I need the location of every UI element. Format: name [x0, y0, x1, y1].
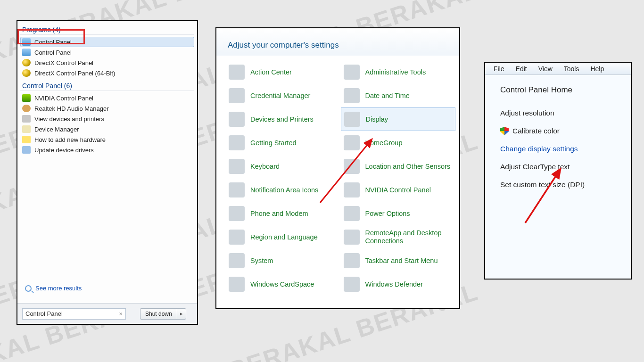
programs-item[interactable]: Control Panel: [20, 37, 194, 47]
cp-applet-link[interactable]: HomeGroup: [341, 131, 456, 155]
cp-applet-link[interactable]: Windows CardSpace: [226, 272, 341, 296]
applet-icon: [229, 88, 245, 103]
cp-applet-link[interactable]: Windows Defender: [341, 272, 456, 296]
cp-applet-link[interactable]: Region and Language: [226, 225, 341, 249]
applet-icon: [229, 230, 245, 245]
result-label: View devices and printers: [34, 115, 104, 123]
programs-item[interactable]: DirectX Control Panel: [20, 58, 194, 68]
search-icon: [25, 285, 32, 292]
applet-icon: [229, 277, 245, 292]
applet-icon: [229, 253, 245, 268]
cp-applet-link[interactable]: Credential Manager: [226, 84, 341, 107]
applet-icon: [229, 159, 245, 174]
applet-icon: [344, 159, 360, 174]
cp-applet-link[interactable]: System: [226, 249, 341, 272]
display-task-link[interactable]: Set custom text size (DPI): [500, 181, 622, 189]
result-label: NVIDIA Control Panel: [34, 95, 93, 102]
cp-applet-link[interactable]: Administrative Tools: [341, 60, 456, 84]
applet-label: Power Options: [365, 210, 410, 218]
cp-applet-link[interactable]: Keyboard: [226, 155, 341, 178]
cp-heading: Adjust your computer's settings: [216, 28, 459, 56]
see-more-results-link[interactable]: See more results: [25, 285, 82, 292]
applet-label: Action Center: [250, 68, 292, 76]
cp-applet-link[interactable]: Devices and Printers: [226, 107, 341, 131]
cp-category-item[interactable]: Device Manager: [20, 124, 194, 134]
cp-applet-link[interactable]: Phone and Modem: [226, 202, 341, 225]
applet-icon: [344, 206, 360, 221]
result-label: Control Panel: [34, 49, 72, 56]
result-icon: [22, 115, 31, 123]
applet-label: Region and Language: [250, 233, 318, 241]
search-input[interactable]: Control Panel ×: [22, 308, 126, 320]
cp-applet-link[interactable]: Location and Other Sensors: [341, 155, 456, 178]
display-sidebar-window: FileEditViewToolsHelp Control Panel Home…: [484, 62, 632, 280]
applet-label: HomeGroup: [365, 139, 403, 147]
clear-search-icon[interactable]: ×: [119, 310, 123, 317]
cp-category-item[interactable]: View devices and printers: [20, 114, 194, 124]
applet-label: Windows CardSpace: [250, 280, 314, 288]
menu-help[interactable]: Help: [585, 65, 610, 73]
applet-icon: [344, 88, 360, 103]
result-label: Realtek HD Audio Manager: [34, 105, 109, 112]
menu-file[interactable]: File: [488, 65, 510, 73]
result-icon: [22, 136, 31, 143]
applet-label: Administrative Tools: [365, 68, 426, 76]
cp-category-item[interactable]: Realtek HD Audio Manager: [20, 103, 194, 114]
applet-icon: [229, 65, 245, 80]
applet-icon: [229, 182, 245, 197]
cp-applet-link[interactable]: Action Center: [226, 60, 341, 84]
shutdown-button[interactable]: Shut down: [140, 308, 177, 320]
cp-applet-link[interactable]: Date and Time: [341, 84, 456, 107]
cp-applet-link[interactable]: NVIDIA Control Panel: [341, 178, 456, 202]
result-icon: [22, 38, 31, 46]
cp-applet-link[interactable]: Taskbar and Start Menu: [341, 249, 456, 272]
result-icon: [22, 146, 31, 154]
applet-icon: [344, 135, 360, 150]
display-task-link[interactable]: Adjust ClearType text: [500, 163, 622, 171]
cp-applet-link[interactable]: Power Options: [341, 202, 456, 225]
display-task-link[interactable]: Adjust resolution: [500, 109, 622, 117]
result-icon: [22, 49, 31, 56]
control-panel-window: Adjust your computer's settings Action C…: [215, 27, 460, 309]
result-label: Control Panel: [34, 39, 72, 46]
result-label: Device Manager: [34, 126, 79, 133]
applet-label: Keyboard: [250, 163, 280, 171]
result-label: DirectX Control Panel: [34, 59, 93, 66]
display-task-link[interactable]: Calibrate color: [500, 127, 622, 135]
applet-icon: [344, 65, 360, 80]
applet-icon: [344, 182, 360, 197]
start-search-panel: Programs (4) Control PanelControl PanelD…: [17, 20, 198, 325]
display-task-link[interactable]: Change display settings: [500, 145, 622, 153]
search-input-text: Control Panel: [25, 310, 63, 317]
applet-label: System: [250, 257, 273, 265]
applet-icon: [229, 206, 245, 221]
task-link-label: Adjust ClearType text: [500, 163, 570, 171]
applet-label: NVIDIA Control Panel: [365, 186, 431, 194]
programs-item[interactable]: DirectX Control Panel (64-Bit): [20, 68, 194, 78]
result-icon: [22, 94, 31, 102]
result-label: How to add new hardware: [34, 136, 106, 143]
cp-category-item[interactable]: Update device drivers: [20, 145, 194, 155]
applet-label: Date and Time: [365, 92, 410, 100]
applet-icon: [344, 253, 360, 268]
applet-label: Phone and Modem: [250, 210, 308, 218]
shutdown-options-arrow[interactable]: [177, 308, 186, 320]
shutdown-split-button[interactable]: Shut down: [140, 308, 186, 320]
menu-edit[interactable]: Edit: [510, 65, 533, 73]
result-icon: [22, 59, 31, 66]
task-link-label: Calibrate color: [512, 127, 560, 135]
cp-applet-link[interactable]: RemoteApp and Desktop Connections: [341, 225, 456, 249]
menu-view[interactable]: View: [533, 65, 558, 73]
divider: [20, 90, 194, 91]
programs-header: Programs (4): [22, 26, 193, 33]
control-panel-home-link[interactable]: Control Panel Home: [500, 85, 622, 95]
programs-item[interactable]: Control Panel: [20, 47, 194, 58]
cp-category-item[interactable]: NVIDIA Control Panel: [20, 93, 194, 103]
applet-label: RemoteApp and Desktop Connections: [365, 229, 453, 245]
cp-applet-link[interactable]: Getting Started: [226, 131, 341, 155]
cp-category-item[interactable]: How to add new hardware: [20, 134, 194, 145]
result-label: Update device drivers: [34, 147, 94, 154]
cp-applet-link[interactable]: Display: [341, 107, 456, 131]
menu-tools[interactable]: Tools: [558, 65, 585, 73]
cp-applet-link[interactable]: Notification Area Icons: [226, 178, 341, 202]
